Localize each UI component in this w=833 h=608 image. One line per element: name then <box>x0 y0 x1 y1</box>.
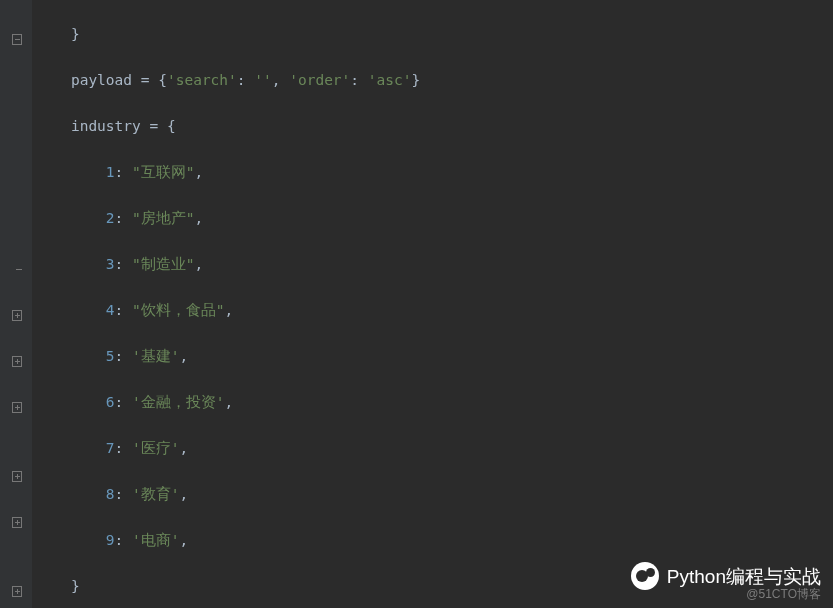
code-line: 1: "互联网", <box>36 161 833 184</box>
fold-expand-icon[interactable] <box>12 356 22 366</box>
string: '' <box>254 72 271 88</box>
indent <box>36 256 106 272</box>
code-line: 2: "房地产", <box>36 207 833 230</box>
code-line: 7: '医疗', <box>36 437 833 460</box>
indent <box>36 486 106 502</box>
string: "制造业" <box>132 256 194 272</box>
indent <box>36 440 106 456</box>
comma: , <box>195 256 204 272</box>
string: "互联网" <box>132 164 194 180</box>
comma: , <box>180 486 189 502</box>
comma: , <box>195 210 204 226</box>
identifier: payload <box>71 72 132 88</box>
comma: , <box>180 532 189 548</box>
string: '教育' <box>132 486 179 502</box>
comma: , <box>272 72 289 88</box>
colon: : <box>115 210 132 226</box>
operator: = <box>141 118 167 134</box>
string: "饮料，食品" <box>132 302 224 318</box>
indent <box>36 394 106 410</box>
fold-expand-icon[interactable] <box>12 586 22 596</box>
code-line: 6: '金融，投资', <box>36 391 833 414</box>
colon: : <box>115 256 132 272</box>
comma: , <box>180 348 189 364</box>
string: 'asc' <box>368 72 412 88</box>
number: 1 <box>106 164 115 180</box>
indent <box>36 210 106 226</box>
string: '电商' <box>132 532 179 548</box>
number: 6 <box>106 394 115 410</box>
number: 5 <box>106 348 115 364</box>
colon: : <box>115 394 132 410</box>
code-line: 3: "制造业", <box>36 253 833 276</box>
comma: , <box>180 440 189 456</box>
string: 'order' <box>289 72 350 88</box>
colon: : <box>115 164 132 180</box>
gutter <box>0 0 32 608</box>
colon: : <box>237 72 254 88</box>
indent <box>36 118 71 134</box>
fold-expand-icon[interactable] <box>12 402 22 412</box>
indent <box>36 302 106 318</box>
colon: : <box>115 302 132 318</box>
identifier: industry <box>71 118 141 134</box>
indent <box>36 26 71 42</box>
string: '医疗' <box>132 440 179 456</box>
colon: : <box>115 440 132 456</box>
indent <box>36 578 71 594</box>
brace: { <box>167 118 176 134</box>
colon: : <box>350 72 367 88</box>
comma: , <box>225 302 234 318</box>
indent <box>36 348 106 364</box>
code-line: industry = { <box>36 115 833 138</box>
comma: , <box>225 394 234 410</box>
number: 4 <box>106 302 115 318</box>
indent <box>36 532 106 548</box>
number: 2 <box>106 210 115 226</box>
code-line: } <box>36 575 833 598</box>
string: '金融，投资' <box>132 394 224 410</box>
code-editor: } payload = {'search': '', 'order': 'asc… <box>0 0 833 608</box>
indent <box>36 72 71 88</box>
string: '基建' <box>132 348 179 364</box>
operator: = <box>132 72 158 88</box>
brace: } <box>71 26 80 42</box>
number: 3 <box>106 256 115 272</box>
fold-collapse-icon[interactable] <box>12 34 22 44</box>
code-line: payload = {'search': '', 'order': 'asc'} <box>36 69 833 92</box>
brace: { <box>158 72 167 88</box>
fold-end-icon <box>12 264 22 274</box>
fold-expand-icon[interactable] <box>12 517 22 527</box>
fold-expand-icon[interactable] <box>12 310 22 320</box>
code-line: } <box>36 23 833 46</box>
indent <box>36 164 106 180</box>
code-line: 8: '教育', <box>36 483 833 506</box>
brace: } <box>411 72 420 88</box>
number: 8 <box>106 486 115 502</box>
code-line: 4: "饮料，食品", <box>36 299 833 322</box>
comma: , <box>195 164 204 180</box>
string: 'search' <box>167 72 237 88</box>
number: 7 <box>106 440 115 456</box>
fold-expand-icon[interactable] <box>12 471 22 481</box>
code-line: 5: '基建', <box>36 345 833 368</box>
colon: : <box>115 532 132 548</box>
colon: : <box>115 486 132 502</box>
colon: : <box>115 348 132 364</box>
code-area[interactable]: } payload = {'search': '', 'order': 'asc… <box>32 0 833 608</box>
brace: } <box>71 578 80 594</box>
string: "房地产" <box>132 210 194 226</box>
number: 9 <box>106 532 115 548</box>
code-line: 9: '电商', <box>36 529 833 552</box>
